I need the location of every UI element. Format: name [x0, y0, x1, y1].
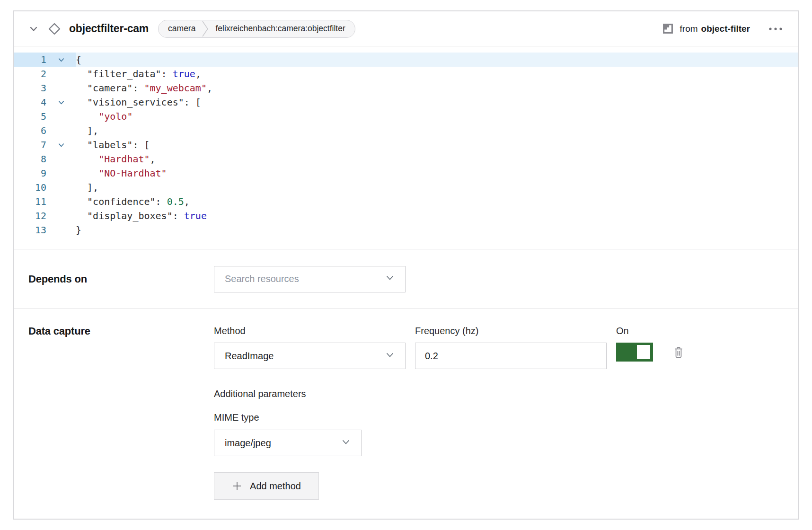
- code-line[interactable]: 2 "filter_data": true,: [14, 67, 798, 81]
- code-text: "NO-Hardhat": [76, 168, 167, 179]
- gutter: 11: [14, 194, 76, 209]
- code-text: "confidence": 0.5,: [76, 196, 190, 207]
- frequency-field: Frequency (hz): [415, 325, 607, 369]
- method-label: Method: [214, 325, 406, 336]
- code-line[interactable]: 9 "NO-Hardhat": [14, 166, 798, 180]
- gutter: 12: [14, 209, 76, 223]
- gutter: 10: [14, 180, 76, 194]
- data-capture-section: Data capture Method ReadImage Frequency …: [14, 309, 798, 514]
- mime-type-value: image/jpeg: [225, 438, 271, 449]
- code-line[interactable]: 1{: [14, 53, 798, 67]
- depends-on-section: Depends on Search resources: [14, 249, 798, 309]
- resource-model-label: felixreichenbach:camera:objectfilter: [215, 24, 345, 34]
- module-origin-text: fromobject-filter: [680, 24, 750, 34]
- depends-on-label: Depends on: [28, 273, 214, 285]
- gutter: 8: [14, 152, 76, 166]
- depends-on-placeholder: Search resources: [225, 274, 299, 284]
- data-capture-label: Data capture: [28, 325, 214, 337]
- code-text: ],: [76, 125, 98, 136]
- code-line[interactable]: 12 "display_boxes": true: [14, 209, 798, 223]
- line-number: 10: [14, 182, 46, 193]
- gutter: 13: [14, 223, 76, 237]
- resource-title: objectfilter-cam: [69, 22, 149, 35]
- line-number: 11: [14, 196, 46, 207]
- trash-icon: [673, 346, 684, 359]
- code-text: "display_boxes": true: [76, 210, 207, 221]
- resource-card-header: objectfilter-cam camera felixreichenbach…: [14, 11, 798, 46]
- gutter: 6: [14, 124, 76, 138]
- fold-chevron-icon[interactable]: [46, 141, 76, 149]
- line-number: 9: [14, 168, 46, 179]
- mime-type-select[interactable]: image/jpeg: [214, 430, 362, 456]
- line-number: 12: [14, 210, 46, 221]
- ellipsis-menu-button[interactable]: [768, 27, 784, 31]
- method-select[interactable]: ReadImage: [214, 343, 406, 369]
- code-line[interactable]: 7 "labels": [: [14, 138, 798, 152]
- fold-chevron-icon[interactable]: [46, 99, 76, 106]
- code-line[interactable]: 5 "yolo": [14, 109, 798, 124]
- code-line[interactable]: 8 "Hardhat",: [14, 152, 798, 166]
- module-icon: [662, 23, 673, 34]
- add-method-button[interactable]: Add method: [214, 472, 319, 500]
- line-number: 3: [14, 82, 46, 94]
- line-number: 5: [14, 111, 46, 122]
- chevron-down-icon: [385, 350, 395, 362]
- resource-type-badge: camera felixreichenbach:camera:objectfil…: [158, 20, 355, 38]
- code-text: "camera": "my_webcam",: [76, 82, 212, 94]
- code-line[interactable]: 11 "confidence": 0.5,: [14, 194, 798, 209]
- gutter: 2: [14, 67, 76, 81]
- chevron-down-icon: [385, 273, 395, 285]
- line-number: 7: [14, 139, 46, 150]
- add-method-label: Add method: [250, 481, 301, 492]
- code-text: "vision_services": [: [76, 97, 201, 108]
- module-origin: fromobject-filter: [662, 23, 750, 34]
- code-text: "yolo": [76, 111, 132, 122]
- line-number: 13: [14, 224, 46, 236]
- badge-separator-icon: [202, 20, 209, 38]
- component-diamond-icon: [47, 22, 62, 36]
- from-prefix: from: [680, 24, 698, 34]
- gutter: 1: [14, 53, 76, 67]
- gutter: 3: [14, 81, 76, 95]
- code-line[interactable]: 4 "vision_services": [: [14, 95, 798, 109]
- method-field: Method ReadImage: [214, 325, 406, 369]
- code-text: "filter_data": true,: [76, 68, 201, 80]
- delete-method-button[interactable]: [673, 346, 684, 359]
- line-number: 2: [14, 68, 46, 80]
- chevron-down-icon: [341, 437, 351, 449]
- plus-icon: [232, 481, 242, 491]
- line-number: 1: [14, 54, 46, 65]
- code-text: {: [76, 54, 81, 65]
- line-number: 4: [14, 97, 46, 108]
- data-capture-toggle[interactable]: [616, 343, 653, 362]
- fold-chevron-icon[interactable]: [46, 56, 76, 63]
- module-name: object-filter: [701, 24, 750, 34]
- code-editor[interactable]: 1{2 "filter_data": true,3 "camera": "my_…: [14, 46, 798, 249]
- resource-type-label: camera: [168, 24, 195, 34]
- frequency-label: Frequency (hz): [415, 325, 607, 336]
- gutter: 9: [14, 166, 76, 180]
- toggle-on-label: On: [616, 325, 684, 336]
- resource-card: objectfilter-cam camera felixreichenbach…: [13, 10, 799, 520]
- gutter: 4: [14, 95, 76, 109]
- code-text: ],: [76, 182, 98, 193]
- toggle-knob: [637, 345, 650, 359]
- code-text: "Hardhat",: [76, 153, 156, 165]
- capture-toggle-field: On: [616, 325, 684, 369]
- frequency-input[interactable]: [415, 343, 607, 369]
- method-value: ReadImage: [225, 351, 274, 362]
- gutter: 7: [14, 138, 76, 152]
- code-text: }: [76, 224, 81, 236]
- mime-type-label: MIME type: [214, 412, 784, 423]
- gutter: 5: [14, 109, 76, 124]
- code-line[interactable]: 6 ],: [14, 124, 798, 138]
- depends-on-select[interactable]: Search resources: [214, 266, 406, 292]
- code-line[interactable]: 3 "camera": "my_webcam",: [14, 81, 798, 95]
- additional-parameters-label: Additional parameters: [214, 388, 784, 399]
- code-line[interactable]: 13}: [14, 223, 798, 237]
- line-number: 6: [14, 125, 46, 136]
- collapse-chevron-icon[interactable]: [28, 24, 39, 34]
- code-text: "labels": [: [76, 139, 150, 150]
- line-number: 8: [14, 153, 46, 165]
- code-line[interactable]: 10 ],: [14, 180, 798, 194]
